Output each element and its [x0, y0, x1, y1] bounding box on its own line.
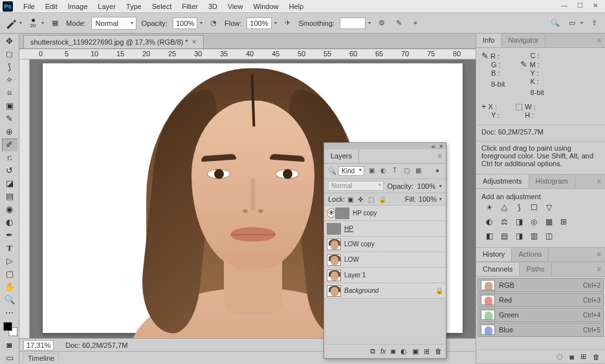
chevron-down-icon[interactable]: ▾ — [580, 20, 583, 26]
bw-icon[interactable]: ◨ — [514, 217, 524, 227]
zoom-tool[interactable]: 🔍 — [2, 294, 17, 306]
menu-file[interactable]: File — [18, 1, 40, 12]
menu-3d[interactable]: 3D — [203, 1, 223, 12]
filter-pixel-icon[interactable]: ▣ — [367, 167, 376, 176]
quickmask-tool[interactable]: ◙ — [2, 338, 17, 351]
menu-select[interactable]: Select — [147, 1, 177, 12]
brush-panel-icon[interactable]: ▦ — [49, 17, 61, 29]
threshold-icon[interactable]: ◨ — [514, 231, 524, 241]
flow-input[interactable]: 100% — [247, 17, 271, 29]
workspace-icon[interactable]: ▭ — [566, 17, 578, 29]
window-maximize-button[interactable]: ☐ — [573, 2, 587, 11]
stamp-tool[interactable]: ⎌ — [2, 151, 17, 164]
vibrance-icon[interactable]: ▽ — [544, 202, 554, 213]
layer-row[interactable]: 👁LOW — [324, 252, 446, 268]
menu-window[interactable]: Window — [248, 1, 283, 12]
filter-shape-icon[interactable]: ▢ — [402, 167, 411, 176]
document-tab[interactable]: shutterstock_1199227690.jpg @ 17,3% (RGB… — [23, 35, 204, 48]
menu-filter[interactable]: Filter — [177, 1, 203, 12]
panel-menu-icon[interactable]: ≡ — [593, 248, 605, 261]
chevron-down-icon[interactable]: ▾ — [368, 20, 371, 26]
selective-color-icon[interactable]: ◫ — [544, 231, 554, 241]
close-tab-icon[interactable]: × — [192, 37, 197, 47]
exposure-icon[interactable]: ☐ — [529, 202, 539, 213]
layer-thumb[interactable] — [327, 270, 341, 281]
chevron-down-icon[interactable]: ▾ — [41, 20, 44, 26]
share-icon[interactable]: ⇪ — [588, 17, 600, 29]
layer-row[interactable]: 👁LOW copy — [324, 237, 446, 252]
pen-tool[interactable]: ✒ — [2, 229, 17, 242]
lock-all-icon[interactable]: 🔒 — [379, 196, 386, 203]
channel-mixer-icon[interactable]: ▦ — [544, 217, 554, 227]
layer-row[interactable]: 👁HP — [324, 221, 446, 237]
posterize-icon[interactable]: ▤ — [499, 231, 509, 241]
marquee-tool[interactable]: ◻ — [2, 48, 17, 61]
layer-thumb[interactable] — [327, 239, 341, 250]
search-icon[interactable]: 🔍 — [549, 17, 561, 29]
layer-row[interactable]: 👁Background🔒 — [324, 283, 446, 299]
blend-mode-select[interactable]: Normal — [91, 17, 137, 30]
levels-icon[interactable]: ⧋ — [499, 202, 509, 213]
channel-row[interactable]: 👁BlueCtrl+5 — [478, 323, 604, 337]
gear-icon[interactable]: ⚙ — [376, 17, 388, 29]
curves-icon[interactable]: ⟆ — [514, 202, 524, 213]
menu-edit[interactable]: Edit — [40, 1, 63, 12]
lookup-icon[interactable]: ⊞ — [558, 217, 569, 227]
layer-thumb[interactable] — [327, 254, 341, 266]
layer-thumb[interactable] — [335, 208, 349, 219]
gradient-map-icon[interactable]: ▥ — [529, 231, 539, 241]
wand-tool[interactable]: ✧ — [2, 74, 17, 87]
panel-menu-icon[interactable]: ≡ — [593, 262, 605, 276]
group-icon[interactable]: ▣ — [412, 347, 419, 356]
lock-pixels-icon[interactable]: ▣ — [347, 196, 355, 203]
invert-icon[interactable]: ◧ — [484, 231, 494, 241]
brush-preset-picker[interactable]: 20 — [27, 17, 39, 29]
panel-menu-icon[interactable]: ≡ — [434, 149, 446, 163]
pressure-size-icon[interactable]: ✎ — [393, 17, 404, 29]
layer-row[interactable]: 👁Layer 1 — [324, 268, 446, 283]
layer-thumb[interactable] — [327, 285, 341, 297]
history-brush-tool[interactable]: ↺ — [2, 164, 17, 177]
pressure-opacity-icon[interactable]: ◔ — [208, 17, 219, 29]
fx-icon[interactable]: fx — [380, 347, 386, 356]
smoothing-input[interactable] — [340, 17, 366, 29]
photo-filter-icon[interactable]: ◎ — [529, 217, 539, 227]
brightness-icon[interactable]: ☀ — [484, 202, 494, 213]
tab-channels[interactable]: Channels — [476, 262, 520, 276]
screenmode-tool[interactable]: ▭ — [2, 351, 17, 364]
edit-toolbar[interactable]: ⋯ — [2, 306, 17, 319]
tab-navigator[interactable]: Navigator — [501, 34, 545, 47]
menu-view[interactable]: View — [223, 1, 248, 12]
window-close-button[interactable]: ✕ — [588, 2, 602, 11]
move-tool[interactable]: ✥ — [2, 35, 17, 48]
menu-help[interactable]: Help — [284, 1, 309, 12]
lock-artboard-icon[interactable]: ⬚ — [368, 196, 376, 203]
crop-tool[interactable]: ⌗ — [2, 87, 17, 100]
chevron-down-icon[interactable]: ▾ — [19, 20, 22, 26]
layer-row[interactable]: 👁⧉HP copy — [324, 206, 446, 221]
eyedropper-tool[interactable]: ✎ — [2, 112, 17, 125]
symmetry-icon[interactable]: ⌖ — [410, 17, 421, 29]
layer-thumb[interactable] — [327, 223, 341, 235]
color-swatches[interactable] — [2, 322, 17, 338]
tab-histogram[interactable]: Histogram — [529, 175, 575, 188]
window-minimize-button[interactable]: — — [557, 2, 571, 11]
airbrush-icon[interactable]: ✈ — [282, 17, 294, 29]
new-channel-icon[interactable]: ⊞ — [580, 352, 586, 361]
brush-tool[interactable]: ✐ — [2, 138, 17, 151]
frame-tool[interactable]: ▣ — [2, 100, 17, 112]
eraser-tool[interactable]: ◪ — [2, 177, 17, 190]
path-tool[interactable]: ▷ — [2, 255, 17, 268]
save-selection-icon[interactable]: ◙ — [569, 353, 574, 361]
tab-history[interactable]: History — [476, 248, 512, 261]
mask-icon[interactable]: ◙ — [391, 347, 395, 356]
zoom-readout[interactable]: 17,31% — [23, 340, 54, 350]
load-selection-icon[interactable]: ◌ — [556, 352, 563, 361]
channel-row[interactable]: 👁RedCtrl+3 — [478, 293, 604, 307]
tab-info[interactable]: Info — [476, 34, 501, 47]
colorbal-icon[interactable]: ⚖ — [499, 217, 509, 227]
panel-menu-icon[interactable]: ≡ — [593, 34, 605, 47]
visibility-icon[interactable]: 👁 — [327, 208, 336, 218]
channel-row[interactable]: 👁GreenCtrl+4 — [478, 308, 604, 322]
menu-layer[interactable]: Layer — [93, 1, 121, 12]
